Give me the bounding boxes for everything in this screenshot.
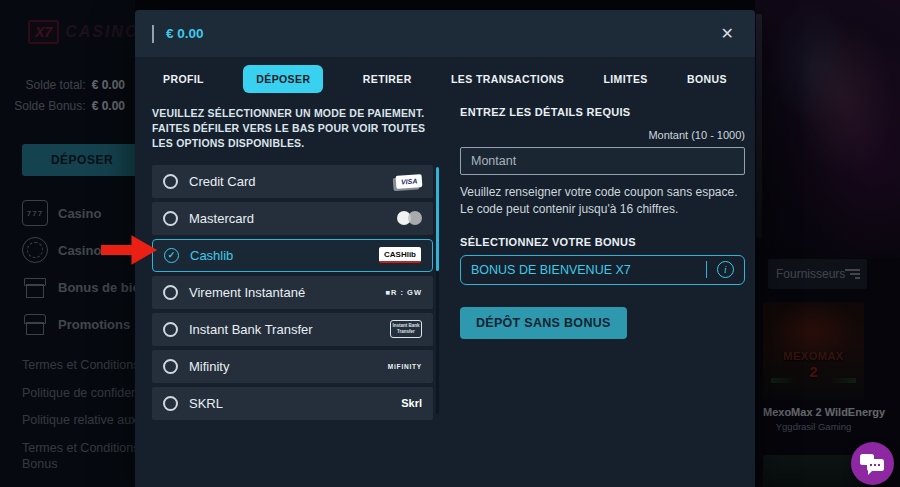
payment-instruction: VEUILLEZ SÉLECTIONNER UN MODE DE PAIEMEN… (152, 106, 444, 152)
payment-list: Credit Card VISA Mastercard Cashlib CASH… (152, 165, 439, 420)
scrollbar[interactable] (436, 167, 439, 414)
payment-logo: Instant Bank Transfer (390, 320, 422, 338)
payment-logo: Skrl (401, 397, 422, 409)
payment-logo: MiFINITY (388, 363, 422, 370)
payment-method-label: Cashlib (190, 248, 233, 263)
payment-method-label: Instant Bank Transfer (189, 322, 313, 337)
deposit-details-panel: ENTREZ LES DÉTAILS REQUIS Montant (10 - … (460, 106, 745, 339)
radio-icon (163, 396, 178, 411)
payment-method-label: Mifinity (189, 359, 229, 374)
check-icon (165, 249, 178, 262)
payment-logo: VISA (395, 174, 422, 189)
radio-icon (163, 359, 178, 374)
bonus-selected-value: BONUS DE BIENVENUE X7 (471, 263, 696, 277)
radio-icon (163, 211, 178, 226)
payment-method-row[interactable]: Instant Bank Transfer Instant Bank Trans… (152, 313, 433, 346)
scrollbar-thumb[interactable] (436, 167, 439, 271)
details-heading: ENTREZ LES DÉTAILS REQUIS (460, 106, 745, 118)
modal-tab[interactable]: PROFIL (163, 73, 204, 85)
screen: X7 CASINO Solde total: € 0.00 Solde Bonu… (0, 0, 900, 487)
payment-method-label: Virement Instantané (189, 285, 305, 300)
bonus-heading: SÉLECTIONNEZ VOTRE BONUS (460, 236, 745, 248)
payment-method-label: SKRL (189, 396, 223, 411)
payment-method-row[interactable]: Mifinity MiFINITY (152, 350, 433, 383)
payment-method-label: Mastercard (189, 211, 254, 226)
amount-range-hint: Montant (10 - 1000) (460, 129, 745, 141)
modal-tab-bar: PROFILDÉPOSERRETIRERLES TRANSACTIONSLIMI… (135, 57, 755, 100)
payment-method-row[interactable]: Virement Instantané ■R : GW (152, 276, 433, 309)
payment-logo: ■R : GW (385, 288, 422, 297)
payment-method-row[interactable]: SKRL Skrl (152, 387, 433, 420)
payment-method-label: Credit Card (189, 174, 255, 189)
payment-method-row[interactable]: Credit Card VISA (152, 165, 433, 198)
bonus-select[interactable]: BONUS DE BIENVENUE X7 (460, 255, 745, 285)
modal-tab[interactable]: BONUS (687, 73, 727, 85)
payment-methods-panel: VEUILLEZ SÉLECTIONNER UN MODE DE PAIEMEN… (152, 106, 444, 424)
deposit-modal: € 0.00 PROFILDÉPOSERRETIRERLES TRANSACTI… (135, 10, 755, 487)
live-chat-button[interactable] (851, 442, 894, 485)
payment-logo: CASHlib (379, 247, 421, 263)
modal-tab[interactable]: RETIRER (363, 73, 412, 85)
payment-method-row[interactable]: Cashlib CASHlib (152, 239, 433, 272)
radio-icon (163, 285, 178, 300)
wallet-balance: € 0.00 (166, 26, 204, 41)
coupon-note: Veuillez renseigner votre code coupon sa… (460, 184, 745, 219)
divider (706, 261, 707, 278)
chat-icon-front (867, 459, 884, 471)
info-icon[interactable] (717, 261, 734, 278)
modal-tab[interactable]: DÉPOSER (243, 65, 323, 93)
modal-tab[interactable]: LIMITES (603, 73, 647, 85)
deposit-without-bonus-button[interactable]: DÉPÔT SANS BONUS (460, 307, 627, 339)
radio-icon (164, 248, 179, 263)
modal-header: € 0.00 (135, 10, 755, 57)
close-icon[interactable] (717, 22, 738, 45)
payment-method-row[interactable]: Mastercard (152, 202, 433, 235)
header-accent-bar (152, 25, 154, 43)
annotation-arrow-icon (101, 232, 158, 268)
radio-icon (163, 322, 178, 337)
payment-logo (397, 211, 422, 226)
radio-icon (163, 174, 178, 189)
amount-input[interactable] (460, 147, 745, 175)
modal-tab[interactable]: LES TRANSACTIONS (451, 73, 564, 85)
